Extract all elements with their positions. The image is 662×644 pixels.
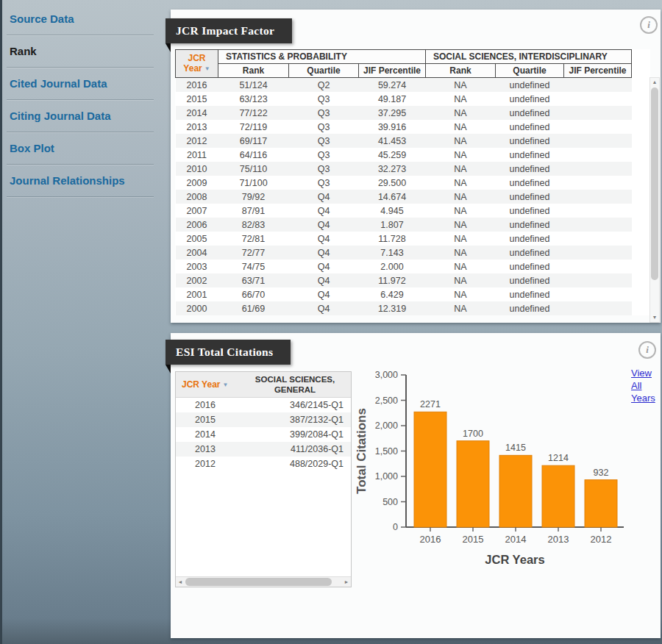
column-header: JIF Percentile (359, 64, 426, 78)
bar-value-label: 2271 (420, 399, 441, 409)
esi-citations-table: JCR Year▼ SOCIAL SCIENCES, GENERAL 20163… (175, 371, 352, 587)
jcr-impact-factor-table: JCR Year▼ STATISTICS & PROBABILITY SOCIA… (175, 49, 650, 315)
jcr-table-row: 200971/100Q329.500NAundefined (176, 176, 632, 190)
jcr-table-body: 201651/124Q259.274NAundefined201563/123Q… (176, 78, 632, 316)
info-icon[interactable]: i (638, 341, 656, 359)
scroll-down-arrow-icon[interactable]: ▼ (650, 313, 659, 322)
column-header: Rank (218, 64, 289, 78)
chart-bar (542, 465, 574, 527)
chart-bar (585, 480, 617, 527)
esi-category-header: SOCIAL SCIENCES, GENERAL (241, 374, 351, 396)
jcr-table-row: 201563/123Q349.187NAundefined (176, 92, 632, 106)
esi-table-row: 2016346/2145-Q1 (176, 398, 351, 412)
x-axis-tick-label: 2015 (463, 534, 484, 545)
sidebar: Source DataRankCited Journal DataCiting … (2, 3, 168, 197)
y-axis-tick-label: 2,500 (375, 396, 398, 406)
jcr-table-row: 200682/83Q41.807NAundefined (176, 218, 632, 232)
jcr-table-row: 200166/70Q46.429NAundefined (176, 287, 632, 301)
scrollbar-thumb[interactable] (651, 87, 658, 280)
column-header: Rank (426, 64, 496, 78)
scroll-left-arrow-icon[interactable]: ◄ (176, 577, 185, 587)
y-axis-tick-label: 2,000 (375, 421, 398, 431)
total-citations-chart: 05001,0001,5002,0002,5003,00022712016170… (355, 366, 649, 587)
column-header: Quartile (496, 64, 564, 78)
scroll-right-arrow-icon[interactable]: ► (342, 577, 351, 587)
y-axis-tick-label: 1,000 (375, 471, 398, 482)
jcr-year-sort-header[interactable]: JCR Year▼ (176, 50, 218, 78)
bar-value-label: 932 (594, 468, 609, 478)
x-axis-tick-label: 2013 (548, 534, 569, 545)
category-group-header: SOCIAL SCIENCES, INTERDISCIPLINARY (426, 50, 632, 64)
esi-panel-title: ESI Total Citations (166, 340, 291, 365)
horizontal-scrollbar[interactable]: ◄ ► (176, 576, 351, 587)
jcr-table-row: 200787/91Q44.945NAundefined (176, 204, 632, 218)
x-axis-tick-label: 2016 (420, 534, 441, 545)
jcr-table-row: 201477/122Q337.295NAundefined (176, 106, 632, 120)
bar-value-label: 1214 (548, 453, 569, 463)
sidebar-item-cited-journal-data[interactable]: Cited Journal Data (7, 68, 154, 100)
bar-value-label: 1415 (505, 443, 526, 453)
esi-table-body: 2016346/2145-Q12015387/2132-Q12014399/20… (176, 398, 351, 471)
jcr-table-row: 201372/119Q339.916NAundefined (176, 120, 632, 134)
column-header: JIF Percentile (564, 64, 632, 78)
y-axis-tick-label: 1,500 (375, 446, 398, 457)
esi-table-row: 2014399/2084-Q1 (176, 427, 351, 442)
jcr-table-row: 200374/75Q42.000NAundefined (176, 260, 632, 273)
sort-arrow-icon: ▼ (204, 65, 210, 72)
esi-table-row: 2015387/2132-Q1 (176, 412, 351, 427)
jcr-table-row: 201651/124Q259.274NAundefined (176, 78, 632, 93)
y-axis-tick-label: 3,000 (375, 370, 398, 380)
esi-year-sort-header[interactable]: JCR Year▼ (176, 379, 241, 390)
chart-bar (457, 441, 489, 527)
sidebar-item-journal-relationships[interactable]: Journal Relationships (7, 165, 154, 197)
x-axis-title: JCR Years (485, 553, 544, 566)
jcr-table-row: 201164/116Q345.259NAundefined (176, 148, 632, 162)
scrollbar-thumb[interactable] (185, 578, 332, 586)
y-axis-tick-label: 500 (382, 497, 398, 507)
jcr-table-row: 200879/92Q414.674NAundefined (176, 190, 632, 204)
jcr-table-row: 200572/81Q411.728NAundefined (176, 232, 632, 246)
sidebar-item-box-plot[interactable]: Box Plot (7, 132, 154, 165)
jcr-panel-title: JCR Impact Factor (166, 18, 292, 43)
sort-arrow-icon: ▼ (222, 382, 228, 388)
esi-table-row: 2013411/2036-Q1 (176, 442, 351, 457)
sidebar-item-citing-journal-data[interactable]: Citing Journal Data (7, 100, 154, 132)
scroll-up-arrow-icon[interactable]: ▲ (650, 78, 659, 87)
jcr-table-row: 200061/69Q412.319NAundefined (176, 301, 632, 315)
jcr-table-row: 201269/117Q341.453NAundefined (176, 134, 632, 148)
view-all-years-link[interactable]: View All Years (631, 368, 662, 405)
jcr-table-row: 200472/77Q47.143NAundefined (176, 246, 632, 260)
category-group-header: STATISTICS & PROBABILITY (218, 50, 426, 64)
esi-total-citations-panel: ESI Total Citations i JCR Year▼ SOCIAL S… (171, 333, 661, 638)
y-axis-title: Total Citations (355, 408, 369, 494)
jcr-impact-factor-panel: JCR Impact Factor i JCR Year▼ STATISTICS… (171, 10, 661, 323)
y-axis-tick-label: 0 (393, 522, 398, 532)
x-axis-tick-label: 2012 (591, 534, 612, 545)
bar-value-label: 1700 (463, 429, 483, 439)
chart-bar (414, 412, 446, 527)
vertical-scrollbar[interactable]: ▲ ▼ (649, 77, 660, 323)
x-axis-tick-label: 2014 (505, 534, 527, 545)
column-header: Quartile (289, 64, 359, 78)
jcr-table-row: 200263/71Q411.972NAundefined (176, 273, 632, 287)
sidebar-item-rank[interactable]: Rank (7, 35, 154, 68)
jcr-table-row: 201075/110Q332.273NAundefined (176, 162, 632, 176)
chart-bar (499, 455, 532, 527)
info-icon[interactable]: i (640, 16, 658, 34)
esi-table-row: 2012488/2029-Q1 (176, 457, 351, 471)
sidebar-item-source-data[interactable]: Source Data (7, 3, 154, 35)
